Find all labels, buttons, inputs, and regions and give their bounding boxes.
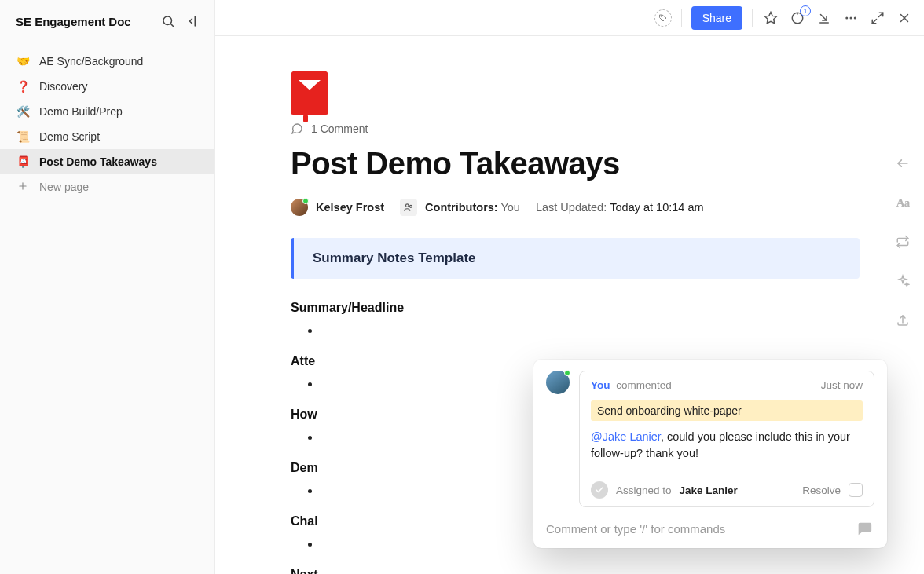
callout-block[interactable]: Summary Notes Template: [291, 238, 860, 279]
svg-line-8: [821, 14, 827, 20]
last-updated: Last Updated: Today at 10:14 am: [536, 201, 704, 214]
sidebar-item-post-demo[interactable]: 📮 Post Demo Takeaways: [0, 149, 214, 174]
postbox-icon: 📮: [16, 155, 30, 168]
sidebar-list: 🤝 AE Sync/Background ❓ Discovery 🛠️ Demo…: [0, 38, 214, 199]
avatar: [291, 199, 308, 216]
sidebar-item-ae-sync[interactable]: 🤝 AE Sync/Background: [0, 49, 214, 74]
comment-verb: commented: [616, 379, 672, 391]
svg-point-0: [163, 16, 172, 25]
sidebar-item-label: Discovery: [39, 80, 87, 93]
svg-line-13: [879, 13, 883, 16]
assignee: Jake Lanier: [680, 484, 738, 496]
close-icon[interactable]: [896, 9, 913, 27]
question-icon: ❓: [16, 80, 30, 93]
doc-scroll: 1 Comment Post Demo Takeaways Kelsey Fro…: [215, 36, 924, 574]
people-icon: [400, 199, 417, 216]
topbar: Share 1: [215, 0, 924, 36]
typography-icon[interactable]: Aa: [893, 193, 912, 212]
more-icon[interactable]: [842, 9, 860, 27]
svg-point-10: [845, 16, 848, 19]
sidebar-item-label: Demo Script: [39, 130, 100, 143]
tools-icon: 🛠️: [16, 105, 30, 118]
handshake-icon: 🤝: [16, 55, 30, 68]
svg-marker-6: [765, 12, 777, 23]
comment-card: You commented Just now Send onboarding w…: [579, 371, 874, 507]
sidebar-item-label: AE Sync/Background: [39, 55, 143, 68]
mention[interactable]: @Jake Lanier: [591, 430, 661, 443]
new-page-button[interactable]: New page: [0, 174, 214, 199]
sidebar-item-label: Demo Build/Prep: [39, 105, 123, 118]
sidebar: SE Engagement Doc 🤝 AE Sync/Background ❓…: [0, 0, 215, 574]
svg-line-1: [170, 24, 173, 26]
favorite-icon[interactable]: [762, 9, 779, 27]
page-title[interactable]: Post Demo Takeaways: [291, 146, 860, 181]
doc-icon[interactable]: [291, 71, 860, 122]
avatar: [546, 371, 570, 394]
comment-count-label: 1 Comment: [311, 122, 368, 135]
svg-point-18: [410, 205, 412, 207]
svg-line-14: [872, 19, 876, 23]
svg-point-12: [854, 16, 856, 19]
share-button[interactable]: Share: [691, 6, 742, 30]
sidebar-item-label: Post Demo Takeaways: [39, 155, 157, 168]
right-rail: Aa: [889, 154, 916, 330]
sidebar-item-demo-build[interactable]: 🛠️ Demo Build/Prep: [0, 99, 214, 124]
sidebar-item-demo-script[interactable]: 📜 Demo Script: [0, 124, 214, 149]
divider: [681, 9, 682, 27]
indent-icon[interactable]: [893, 154, 912, 173]
main: Share 1 1 Comment: [215, 0, 924, 574]
contributors-label: Contributors:: [425, 201, 498, 214]
upload-icon[interactable]: [893, 311, 912, 330]
updated-label: Last Updated:: [536, 201, 607, 214]
author-chip[interactable]: Kelsey Frost: [291, 199, 384, 216]
download-icon[interactable]: [816, 9, 833, 27]
comment-quote: Send onboarding white-paper: [591, 400, 863, 421]
contributors-value: You: [500, 201, 519, 214]
assigned-label: Assigned to: [616, 484, 672, 496]
tags-button[interactable]: [654, 9, 672, 27]
check-icon: [591, 481, 608, 499]
contributors-chip[interactable]: Contributors: You: [400, 199, 520, 216]
section-heading[interactable]: Summary/Headline: [291, 301, 860, 315]
divider: [752, 9, 753, 27]
sparkle-icon[interactable]: [893, 272, 912, 291]
sidebar-item-discovery[interactable]: ❓ Discovery: [0, 74, 214, 99]
send-comment-icon[interactable]: [854, 520, 874, 537]
comment-text: @Jake Lanier, could you please include t…: [580, 429, 874, 473]
callout-text: Summary Notes Template: [313, 250, 476, 265]
notifications-icon[interactable]: 1: [789, 9, 806, 27]
doc-workspace-title: SE Engagement Doc: [16, 15, 131, 28]
section-heading[interactable]: Next: [291, 568, 860, 574]
notif-badge: 1: [800, 5, 811, 16]
search-icon[interactable]: [160, 13, 177, 30]
collapse-sidebar-icon[interactable]: [185, 13, 202, 30]
postbox-icon: [291, 71, 328, 115]
sidebar-header: SE Engagement Doc: [0, 0, 214, 38]
bullet-list[interactable]: [291, 321, 860, 340]
plus-icon: [16, 181, 30, 194]
comment-time: Just now: [821, 379, 863, 391]
svg-point-11: [850, 16, 852, 19]
expand-icon[interactable]: [869, 9, 886, 27]
sync-icon[interactable]: [893, 232, 912, 251]
new-page-label: New page: [39, 181, 89, 193]
resolve-checkbox[interactable]: [849, 483, 863, 497]
comment-author: You: [591, 379, 610, 391]
comment-popover: You commented Just now Send onboarding w…: [534, 360, 887, 548]
resolve-label: Resolve: [802, 484, 841, 496]
svg-point-5: [660, 15, 662, 16]
scroll-icon: 📜: [16, 130, 30, 143]
meta-row: Kelsey Frost Contributors: You Last Upda…: [291, 199, 860, 216]
updated-value: Today at 10:14 am: [610, 201, 703, 214]
author-name: Kelsey Frost: [316, 201, 384, 214]
comment-count[interactable]: 1 Comment: [291, 122, 860, 135]
svg-point-17: [406, 204, 409, 207]
comment-input[interactable]: [546, 522, 846, 536]
